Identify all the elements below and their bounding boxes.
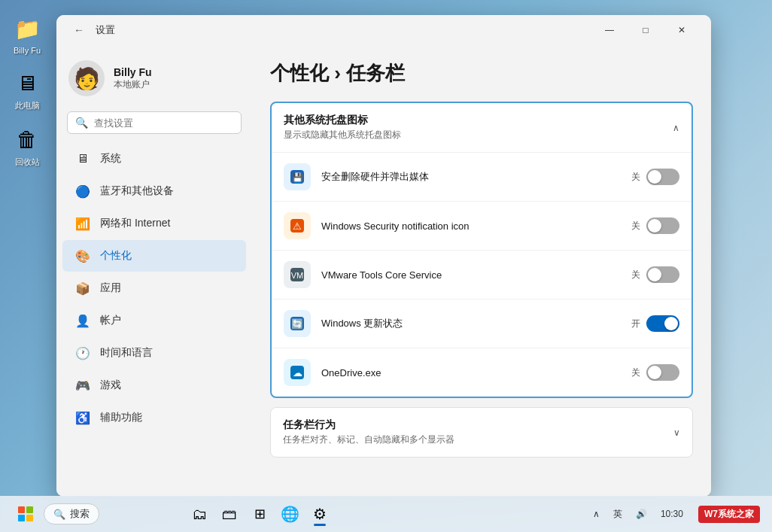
taskbar-apps: 🗂 🗃 ⊞ 🌐 ⚙ [186, 500, 333, 527]
tray-item-vmware: VM VMware Tools Core Service 关 [272, 251, 691, 299]
tray-item-onedrive-state: 关 [631, 366, 640, 379]
start-button[interactable] [12, 500, 39, 527]
w7brand-logo: W7系统之家 [698, 506, 760, 523]
tray-item-update-toggle-container: 开 [631, 315, 679, 332]
search-box[interactable]: 🔍 [67, 111, 242, 134]
taskbar-show-more[interactable]: ∧ [588, 506, 604, 522]
gaming-icon: 🎮 [74, 377, 91, 394]
other-tray-header[interactable]: 其他系统托盘图标 显示或隐藏其他系统托盘图标 ∧ [272, 103, 691, 153]
user-info: Billy Fu 本地账户 [114, 66, 152, 91]
main-content: 🧑 Billy Fu 本地账户 🔍 🖥 系统 🔵 [56, 45, 711, 497]
user-profile[interactable]: 🧑 Billy Fu 本地账户 [56, 53, 252, 108]
recycle-icon: 🗑 [13, 125, 41, 154]
sidebar-item-apps[interactable]: 📦 应用 [62, 272, 246, 304]
explorer-icon: 🗂 [192, 506, 207, 523]
taskbar-behavior-header[interactable]: 任务栏行为 任务栏对齐、标记、自动隐藏和多个显示器 ∨ [271, 408, 692, 457]
taskbar-app-explorer[interactable]: 🗂 [186, 500, 213, 527]
avatar: 🧑 [68, 60, 105, 96]
taskbar: 🔍 搜索 🗂 🗃 ⊞ 🌐 ⚙ ∧ 英 [0, 496, 772, 532]
right-content: 个性化 › 任务栏 其他系统托盘图标 显示或隐藏其他系统托盘图标 ∧ [252, 45, 711, 497]
other-tray-subtitle: 显示或隐藏其他系统托盘图标 [284, 129, 401, 141]
taskbar-app-files[interactable]: 🗃 [216, 500, 243, 527]
search-input[interactable] [94, 117, 233, 129]
show-more-icon: ∧ [593, 509, 600, 519]
maximize-button[interactable]: □ [628, 18, 663, 42]
taskbar-network[interactable]: 🔊 [631, 506, 652, 522]
tray-item-onedrive-toggle[interactable] [646, 364, 679, 381]
tray-item-vmware-label: VMware Tools Core Service [321, 269, 621, 281]
taskbar-app-edge[interactable]: 🌐 [276, 500, 303, 527]
svg-text:⚠: ⚠ [293, 220, 302, 232]
tray-item-onedrive-toggle-container: 关 [631, 364, 679, 381]
search-icon: 🔍 [75, 117, 88, 129]
personalization-icon: 🎨 [74, 248, 91, 264]
edge-icon: 🌐 [281, 505, 299, 523]
settings-icon: ⚙ [313, 505, 327, 523]
toggle-knob [648, 219, 661, 233]
sidebar-item-network[interactable]: 📶 网络和 Internet [62, 208, 246, 239]
sidebar-item-accessibility[interactable]: ♿ 辅助功能 [62, 402, 246, 433]
network-icon: 📶 [74, 215, 91, 232]
windows-logo-icon [18, 506, 33, 521]
sidebar-item-personalization[interactable]: 🎨 个性化 [62, 240, 246, 272]
desktop-icon-recycle-bin[interactable]: 🗑 回收站 [10, 122, 44, 171]
window-title: 设置 [96, 23, 115, 37]
tray-item-update-label: Windows 更新状态 [321, 317, 621, 330]
tray-item-security-label: Windows Security notification icon [321, 220, 621, 232]
taskbar-app-settings[interactable]: ⚙ [306, 500, 333, 527]
svg-text:VM: VM [291, 271, 304, 280]
tray-item-security: ⚠ Windows Security notification icon 关 [272, 202, 691, 251]
tray-item-eject-toggle[interactable] [646, 169, 679, 185]
desktop-icon-this-pc[interactable]: 🖥 此电脑 [10, 65, 44, 114]
sidebar-item-accounts[interactable]: 👤 帐户 [62, 305, 246, 336]
page-title: 个性化 › 任务栏 [270, 60, 693, 87]
files-icon: 🗃 [222, 506, 237, 523]
tray-item-security-toggle-container: 关 [631, 217, 679, 234]
taskbar-behavior-subtitle: 任务栏对齐、标记、自动隐藏和多个显示器 [283, 433, 454, 446]
minimize-button[interactable]: — [592, 18, 627, 42]
other-tray-section: 其他系统托盘图标 显示或隐藏其他系统托盘图标 ∧ 💾 [270, 102, 693, 398]
time-display: 10:30 [661, 509, 683, 519]
computer-icon: 🖥 [13, 68, 41, 97]
sidebar-item-bluetooth[interactable]: 🔵 蓝牙和其他设备 [62, 175, 246, 207]
user-name: Billy Fu [114, 66, 152, 78]
tray-item-security-state: 关 [631, 220, 640, 233]
taskbar-app-store[interactable]: ⊞ [246, 500, 273, 527]
store-icon: ⊞ [254, 506, 266, 522]
tray-item-vmware-state: 关 [631, 269, 640, 281]
toggle-knob [648, 366, 661, 379]
desktop-icon-billy-fu[interactable]: 📁 Billy Fu [10, 11, 44, 58]
toggle-knob [664, 317, 678, 330]
security-icon: ⚠ [284, 212, 311, 239]
tray-item-vmware-toggle[interactable] [646, 266, 679, 283]
desktop-icon-label: Billy Fu [14, 46, 41, 55]
sidebar-item-time[interactable]: 🕐 时间和语言 [62, 337, 246, 369]
system-icon: 🖥 [74, 150, 91, 167]
user-type: 本地账户 [114, 78, 152, 91]
tray-item-onedrive-label: OneDrive.exe [321, 367, 621, 378]
other-tray-title: 其他系统托盘图标 [284, 114, 401, 127]
desktop-icon-area: 📁 Billy Fu 🖥 此电脑 🗑 回收站 [0, 8, 54, 171]
taskbar-search[interactable]: 🔍 搜索 [44, 503, 99, 524]
sidebar-item-label: 时间和语言 [100, 346, 153, 360]
onedrive-icon: ☁ [284, 359, 311, 386]
sidebar: 🧑 Billy Fu 本地账户 🔍 🖥 系统 🔵 [56, 45, 252, 497]
sidebar-item-label: 网络和 Internet [100, 217, 170, 230]
tray-item-security-toggle[interactable] [646, 217, 679, 234]
sidebar-item-label: 游戏 [100, 378, 121, 392]
sidebar-item-label: 帐户 [100, 314, 121, 327]
sidebar-item-system[interactable]: 🖥 系统 [62, 143, 246, 175]
sidebar-item-label: 蓝牙和其他设备 [100, 184, 174, 198]
tray-item-update-toggle[interactable] [646, 315, 679, 332]
taskbar-language[interactable]: 英 [609, 505, 627, 524]
back-button[interactable]: ← [68, 20, 90, 41]
windows-update-icon: 🔄 [284, 310, 311, 337]
close-button[interactable]: ✕ [664, 18, 699, 42]
sidebar-item-gaming[interactable]: 🎮 游戏 [62, 369, 246, 401]
folder-icon: 📁 [13, 14, 41, 43]
taskbar-time[interactable]: 10:30 [656, 506, 688, 522]
bluetooth-icon: 🔵 [74, 183, 91, 199]
svg-text:🔄: 🔄 [291, 318, 304, 330]
desktop: 📁 Billy Fu 🖥 此电脑 🗑 回收站 ← 设置 — □ ✕ [0, 0, 772, 532]
taskbar-behavior-title: 任务栏行为 [283, 418, 454, 432]
